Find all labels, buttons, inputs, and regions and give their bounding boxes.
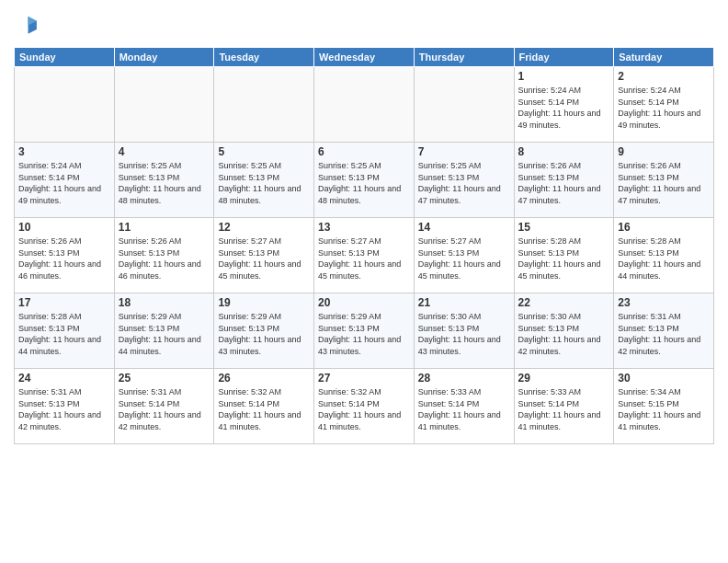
day-number: 8: [518, 145, 610, 158]
calendar-cell: 7Sunrise: 5:25 AMSunset: 5:13 PMDaylight…: [414, 143, 514, 218]
day-info: Sunrise: 5:26 AMSunset: 5:13 PMDaylight:…: [18, 236, 110, 282]
day-number: 19: [218, 296, 310, 309]
calendar-week-row: 10Sunrise: 5:26 AMSunset: 5:13 PMDayligh…: [15, 218, 714, 293]
calendar-week-row: 17Sunrise: 5:28 AMSunset: 5:13 PMDayligh…: [15, 293, 714, 369]
calendar-cell: [114, 67, 214, 143]
day-info: Sunrise: 5:29 AMSunset: 5:13 PMDaylight:…: [218, 311, 310, 357]
day-info: Sunrise: 5:31 AMSunset: 5:14 PMDaylight:…: [119, 386, 210, 432]
day-number: 3: [18, 145, 110, 158]
calendar-cell: 8Sunrise: 5:26 AMSunset: 5:13 PMDaylight…: [514, 143, 614, 218]
weekday-header-sunday: Sunday: [15, 48, 115, 67]
day-number: 25: [119, 372, 210, 385]
day-info: Sunrise: 5:31 AMSunset: 5:13 PMDaylight:…: [18, 386, 110, 432]
day-info: Sunrise: 5:25 AMSunset: 5:13 PMDaylight:…: [119, 160, 210, 206]
day-info: Sunrise: 5:26 AMSunset: 5:13 PMDaylight:…: [119, 236, 210, 282]
calendar-cell: 23Sunrise: 5:31 AMSunset: 5:13 PMDayligh…: [614, 293, 714, 369]
day-info: Sunrise: 5:30 AMSunset: 5:13 PMDaylight:…: [518, 311, 610, 357]
calendar-cell: 6Sunrise: 5:25 AMSunset: 5:13 PMDaylight…: [314, 143, 415, 218]
day-number: 5: [218, 145, 310, 158]
logo-icon: [14, 14, 40, 40]
day-number: 12: [218, 221, 310, 234]
day-info: Sunrise: 5:24 AMSunset: 5:14 PMDaylight:…: [618, 85, 710, 131]
day-info: Sunrise: 5:31 AMSunset: 5:13 PMDaylight:…: [618, 311, 710, 357]
day-number: 15: [518, 221, 610, 234]
day-number: 9: [618, 145, 710, 158]
calendar-cell: 30Sunrise: 5:34 AMSunset: 5:15 PMDayligh…: [614, 369, 714, 444]
day-info: Sunrise: 5:28 AMSunset: 5:13 PMDaylight:…: [518, 236, 610, 282]
day-number: 6: [318, 145, 410, 158]
day-number: 13: [318, 221, 410, 234]
calendar-cell: 22Sunrise: 5:30 AMSunset: 5:13 PMDayligh…: [514, 293, 614, 369]
day-number: 20: [318, 296, 410, 309]
calendar-cell: 16Sunrise: 5:28 AMSunset: 5:13 PMDayligh…: [614, 218, 714, 293]
day-info: Sunrise: 5:24 AMSunset: 5:14 PMDaylight:…: [18, 160, 110, 206]
calendar-cell: 20Sunrise: 5:29 AMSunset: 5:13 PMDayligh…: [314, 293, 415, 369]
day-number: 29: [518, 372, 610, 385]
day-info: Sunrise: 5:27 AMSunset: 5:13 PMDaylight:…: [418, 236, 510, 282]
day-number: 27: [318, 372, 410, 385]
day-info: Sunrise: 5:25 AMSunset: 5:13 PMDaylight:…: [418, 160, 510, 206]
day-number: 1: [518, 70, 610, 83]
calendar-cell: 15Sunrise: 5:28 AMSunset: 5:13 PMDayligh…: [514, 218, 614, 293]
calendar-cell: [15, 67, 115, 143]
calendar-week-row: 1Sunrise: 5:24 AMSunset: 5:14 PMDaylight…: [15, 67, 714, 143]
day-info: Sunrise: 5:26 AMSunset: 5:13 PMDaylight:…: [518, 160, 610, 206]
day-number: 23: [618, 296, 710, 309]
weekday-header-wednesday: Wednesday: [314, 48, 415, 67]
day-info: Sunrise: 5:34 AMSunset: 5:15 PMDaylight:…: [618, 386, 710, 432]
calendar-page: SundayMondayTuesdayWednesdayThursdayFrid…: [0, 0, 728, 563]
day-number: 24: [18, 372, 110, 385]
calendar-cell: 27Sunrise: 5:32 AMSunset: 5:14 PMDayligh…: [314, 369, 415, 444]
day-number: 10: [18, 221, 110, 234]
day-number: 11: [119, 221, 210, 234]
calendar-cell: 29Sunrise: 5:33 AMSunset: 5:14 PMDayligh…: [514, 369, 614, 444]
day-info: Sunrise: 5:24 AMSunset: 5:14 PMDaylight:…: [518, 85, 610, 131]
day-number: 16: [618, 221, 710, 234]
calendar-cell: 4Sunrise: 5:25 AMSunset: 5:13 PMDaylight…: [114, 143, 214, 218]
calendar-cell: [314, 67, 415, 143]
day-number: 14: [418, 221, 510, 234]
day-number: 26: [218, 372, 310, 385]
day-number: 17: [18, 296, 110, 309]
calendar-cell: 19Sunrise: 5:29 AMSunset: 5:13 PMDayligh…: [214, 293, 314, 369]
calendar-cell: 1Sunrise: 5:24 AMSunset: 5:14 PMDaylight…: [514, 67, 614, 143]
calendar-cell: 5Sunrise: 5:25 AMSunset: 5:13 PMDaylight…: [214, 143, 314, 218]
calendar-cell: 12Sunrise: 5:27 AMSunset: 5:13 PMDayligh…: [214, 218, 314, 293]
weekday-header-friday: Friday: [514, 48, 614, 67]
calendar-cell: 26Sunrise: 5:32 AMSunset: 5:14 PMDayligh…: [214, 369, 314, 444]
calendar-cell: 11Sunrise: 5:26 AMSunset: 5:13 PMDayligh…: [114, 218, 214, 293]
day-info: Sunrise: 5:32 AMSunset: 5:14 PMDaylight:…: [318, 386, 410, 432]
calendar-cell: 28Sunrise: 5:33 AMSunset: 5:14 PMDayligh…: [414, 369, 514, 444]
day-info: Sunrise: 5:28 AMSunset: 5:13 PMDaylight:…: [18, 311, 110, 357]
calendar-cell: 14Sunrise: 5:27 AMSunset: 5:13 PMDayligh…: [414, 218, 514, 293]
calendar-cell: 10Sunrise: 5:26 AMSunset: 5:13 PMDayligh…: [15, 218, 115, 293]
calendar-week-row: 24Sunrise: 5:31 AMSunset: 5:13 PMDayligh…: [15, 369, 714, 444]
day-number: 2: [618, 70, 710, 83]
weekday-header-thursday: Thursday: [414, 48, 514, 67]
day-info: Sunrise: 5:29 AMSunset: 5:13 PMDaylight:…: [119, 311, 210, 357]
day-info: Sunrise: 5:33 AMSunset: 5:14 PMDaylight:…: [418, 386, 510, 432]
header: [14, 9, 714, 40]
day-info: Sunrise: 5:28 AMSunset: 5:13 PMDaylight:…: [618, 236, 710, 282]
calendar-cell: 17Sunrise: 5:28 AMSunset: 5:13 PMDayligh…: [15, 293, 115, 369]
calendar-cell: [414, 67, 514, 143]
weekday-header-tuesday: Tuesday: [214, 48, 314, 67]
day-number: 4: [119, 145, 210, 158]
calendar-week-row: 3Sunrise: 5:24 AMSunset: 5:14 PMDaylight…: [15, 143, 714, 218]
day-info: Sunrise: 5:27 AMSunset: 5:13 PMDaylight:…: [318, 236, 410, 282]
calendar-cell: 25Sunrise: 5:31 AMSunset: 5:14 PMDayligh…: [114, 369, 214, 444]
weekday-header-saturday: Saturday: [614, 48, 714, 67]
day-info: Sunrise: 5:29 AMSunset: 5:13 PMDaylight:…: [318, 311, 410, 357]
calendar-table: SundayMondayTuesdayWednesdayThursdayFrid…: [14, 47, 714, 444]
calendar-cell: 2Sunrise: 5:24 AMSunset: 5:14 PMDaylight…: [614, 67, 714, 143]
day-info: Sunrise: 5:32 AMSunset: 5:14 PMDaylight:…: [218, 386, 310, 432]
day-number: 28: [418, 372, 510, 385]
day-number: 18: [119, 296, 210, 309]
calendar-cell: 13Sunrise: 5:27 AMSunset: 5:13 PMDayligh…: [314, 218, 415, 293]
day-number: 22: [518, 296, 610, 309]
calendar-cell: [214, 67, 314, 143]
calendar-cell: 3Sunrise: 5:24 AMSunset: 5:14 PMDaylight…: [15, 143, 115, 218]
day-number: 30: [618, 372, 710, 385]
logo: [14, 14, 43, 40]
calendar-cell: 24Sunrise: 5:31 AMSunset: 5:13 PMDayligh…: [15, 369, 115, 444]
